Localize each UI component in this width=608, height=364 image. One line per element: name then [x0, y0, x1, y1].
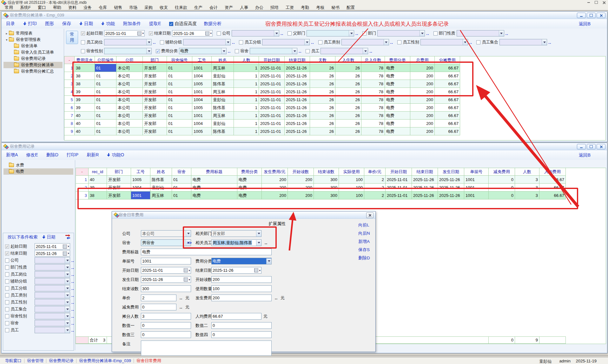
app-minimize-button[interactable] [586, 0, 591, 4]
cell[interactable]: 01 [95, 88, 116, 96]
cell[interactable]: 26 [310, 127, 335, 135]
cell[interactable]: 3 [515, 176, 539, 184]
cell[interactable]: 电费 [191, 176, 237, 184]
menu-item[interactable]: 往来款 [171, 5, 191, 10]
cell[interactable]: 电费 [385, 72, 410, 80]
cell[interactable]: 66.67 [435, 96, 460, 104]
dropdown[interactable] [457, 30, 504, 36]
cell[interactable]: 1001 [464, 192, 489, 199]
column-header[interactable]: 总费用 [410, 56, 435, 64]
column-header[interactable]: 费用分类 [385, 56, 410, 64]
column-header[interactable]: 结束日期 [412, 168, 438, 176]
cell[interactable]: 2025-11-26 [285, 96, 310, 104]
cell[interactable]: 1 [234, 127, 259, 135]
cell[interactable]: 66.67 [435, 80, 460, 88]
dropdown[interactable]: 电费 [179, 48, 227, 54]
cell[interactable]: 66.67 [539, 176, 566, 184]
dropdown[interactable] [420, 39, 468, 45]
toolbar-button[interactable]: 提取E [149, 21, 161, 27]
row-number[interactable]: 4 [64, 88, 75, 96]
cell[interactable]: 01 [95, 127, 116, 135]
cell[interactable]: 26 [335, 72, 361, 80]
checkbox[interactable] [81, 40, 85, 44]
cell[interactable]: 电费 [237, 192, 262, 199]
tree-item[interactable]: 宿舍费用分摊清单 [3, 62, 63, 68]
toolbar-button[interactable]: 刷新R [87, 152, 99, 158]
cell[interactable]: 26 [335, 64, 361, 72]
cell[interactable]: 38 [75, 80, 95, 88]
column-header[interactable]: 工号 [192, 56, 212, 64]
column-header[interactable]: 入住数 [335, 56, 361, 64]
cell[interactable]: 38 [89, 192, 107, 199]
checkbox[interactable] [239, 40, 243, 44]
cell[interactable]: 1001 [131, 192, 150, 199]
cell[interactable]: 200 [288, 176, 314, 184]
win1-maximize-button[interactable] [587, 13, 596, 18]
cell[interactable]: 78 [361, 88, 385, 96]
dialog-close-button[interactable] [366, 212, 373, 218]
column-header[interactable]: 公司编号 [95, 56, 116, 64]
cell[interactable]: 本公司 [116, 96, 143, 104]
menu-item[interactable]: 收支 [156, 5, 171, 10]
table-row[interactable]: 33801本公司开发部011005陈伟基12025-11-012025-11-2… [64, 80, 605, 88]
cell[interactable]: 200 [410, 64, 435, 72]
cell[interactable]: 01 [167, 64, 192, 72]
checkbox[interactable] [5, 265, 9, 270]
dialog-button-2[interactable]: 向后N [358, 231, 370, 237]
table-row[interactable]: 84001本公司开发部011004童彭仙12025-11-012025-11-2… [64, 120, 605, 127]
cell[interactable]: 开发部 [143, 80, 167, 88]
ellipsis-button[interactable]: .. [71, 300, 74, 305]
menu-item[interactable]: 帮助 [50, 5, 65, 10]
dropdown[interactable] [35, 313, 70, 319]
cell[interactable]: 66.67 [435, 88, 460, 96]
checkbox[interactable] [5, 293, 9, 297]
column-header[interactable]: 费用标题 [191, 168, 237, 176]
date-input[interactable]: 2025-11-26▾ [35, 250, 70, 257]
cell[interactable]: 200 [262, 192, 288, 199]
cell[interactable]: 2 [364, 184, 386, 192]
cell[interactable]: 100 [339, 176, 364, 184]
table-row[interactable]: 53901本公司开发部011004童彭仙12025-11-012025-11-2… [64, 96, 605, 104]
cell[interactable]: 2025-11-01 [259, 72, 285, 80]
column-header[interactable]: 开始日期 [386, 168, 412, 176]
cell[interactable]: 01 [167, 104, 192, 112]
menu-item[interactable]: 系统F [17, 5, 34, 10]
table-row[interactable]: 94001本公司开发部011005陈伟基12025-11-012025-11-2… [64, 127, 605, 135]
cell[interactable]: 66.67 [539, 184, 566, 192]
checkbox[interactable] [433, 31, 438, 36]
cell[interactable]: 2025-11-01 [259, 112, 285, 120]
cell[interactable]: 周玉林 [212, 64, 234, 72]
tree-item[interactable]: 电费 [3, 168, 73, 175]
remark-textarea[interactable] [141, 341, 272, 356]
cell[interactable]: 300 [314, 176, 339, 184]
cell[interactable]: 01 [95, 112, 116, 120]
dropdown[interactable] [232, 30, 279, 36]
column-header[interactable]: 单价/元 [364, 168, 386, 176]
cell[interactable]: 2025-11-01 [259, 120, 285, 127]
ellipsis-button[interactable]: .. [71, 286, 74, 291]
ellipsis-button[interactable]: .. [71, 307, 74, 312]
cell[interactable]: 2025-11-26 [412, 176, 438, 184]
dropdown[interactable] [104, 48, 152, 54]
cell[interactable]: 66.67 [435, 120, 460, 127]
menu-item[interactable]: 考核 [313, 5, 328, 10]
win2-maximize-button[interactable] [587, 144, 596, 149]
cell[interactable]: 26 [310, 64, 335, 72]
text-input[interactable]: 66.67 [211, 313, 261, 320]
menu-item[interactable]: 资产 [221, 5, 236, 10]
cell[interactable]: 40 [75, 127, 95, 135]
cell[interactable]: 26 [335, 127, 361, 135]
cell[interactable]: 78 [361, 112, 385, 120]
table-row[interactable]: 43901本公司开发部011001周玉林12025-11-012025-11-2… [64, 88, 605, 96]
cell[interactable]: 01 [95, 96, 116, 104]
ellipsis-button[interactable]: .. [71, 328, 74, 333]
dropdown[interactable] [35, 299, 70, 305]
dropdown[interactable] [35, 320, 70, 326]
cell[interactable]: 78 [361, 96, 385, 104]
expander-icon[interactable]: ▸ [5, 32, 9, 35]
cell[interactable]: 开发部 [107, 192, 131, 199]
dropdown[interactable] [183, 39, 231, 45]
dialog-button-4[interactable]: 保存S [358, 247, 370, 254]
cell[interactable]: 1001 [192, 112, 212, 120]
table-row[interactable]: 74001本公司开发部011001周玉林12025-11-012025-11-2… [64, 112, 605, 120]
